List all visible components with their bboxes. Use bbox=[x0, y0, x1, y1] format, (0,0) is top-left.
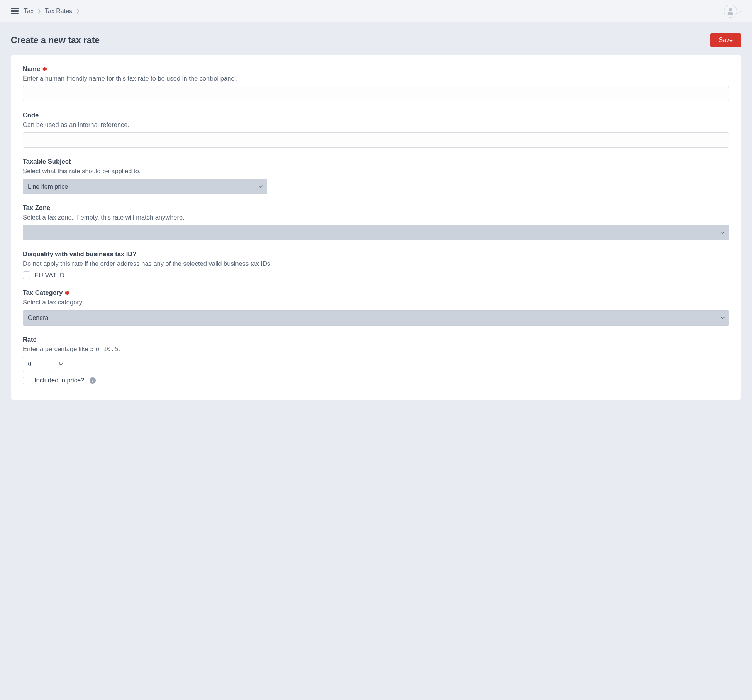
page-header: Create a new tax rate Save bbox=[0, 22, 752, 55]
chevron-right-icon: ❯ bbox=[37, 8, 41, 14]
field-help: Do not apply this rate if the order addr… bbox=[23, 259, 729, 268]
field-label: Tax Category ✱ bbox=[23, 289, 729, 296]
svg-point-0 bbox=[729, 8, 732, 11]
page-title: Create a new tax rate bbox=[11, 35, 100, 46]
label-text: Tax Category bbox=[23, 289, 63, 296]
field-disqualify: Disqualify with valid business tax ID? D… bbox=[23, 250, 729, 279]
name-input[interactable] bbox=[23, 86, 729, 101]
label-text: Rate bbox=[23, 336, 37, 343]
tax-category-select[interactable]: General bbox=[23, 310, 729, 326]
checkbox-label: EU VAT ID bbox=[34, 272, 64, 279]
code-input[interactable] bbox=[23, 132, 729, 148]
tax-zone-select[interactable] bbox=[23, 225, 729, 240]
percent-sign: % bbox=[59, 360, 65, 368]
topbar-left: Tax ❯ Tax Rates ❯ bbox=[11, 8, 80, 15]
label-text: Code bbox=[23, 112, 39, 119]
help-text: or bbox=[94, 345, 103, 352]
field-label: Disqualify with valid business tax ID? bbox=[23, 250, 729, 258]
field-help: Enter a human-friendly name for this tax… bbox=[23, 74, 729, 83]
menu-icon[interactable] bbox=[11, 8, 19, 14]
included-checkbox[interactable] bbox=[23, 377, 30, 384]
field-label: Name ✱ bbox=[23, 65, 729, 73]
breadcrumb-tax-rates[interactable]: Tax Rates bbox=[45, 8, 72, 15]
field-code: Code Can be used as an internal referenc… bbox=[23, 112, 729, 148]
user-menu[interactable]: ⌄ bbox=[724, 5, 743, 18]
eu-vat-checkbox[interactable] bbox=[23, 271, 30, 279]
checkbox-row-included: Included in price? i bbox=[23, 377, 729, 384]
field-label: Tax Zone bbox=[23, 204, 729, 211]
field-tax-category: Tax Category ✱ Select a tax category. Ge… bbox=[23, 289, 729, 325]
field-label: Rate bbox=[23, 336, 729, 343]
field-help: Select what this rate should be applied … bbox=[23, 167, 729, 176]
breadcrumb: Tax ❯ Tax Rates ❯ bbox=[24, 8, 80, 15]
field-name: Name ✱ Enter a human-friendly name for t… bbox=[23, 65, 729, 101]
info-icon[interactable]: i bbox=[90, 377, 96, 384]
breadcrumb-tax[interactable]: Tax bbox=[24, 8, 34, 15]
topbar: Tax ❯ Tax Rates ❯ ⌄ bbox=[0, 0, 752, 22]
form-panel: Name ✱ Enter a human-friendly name for t… bbox=[11, 55, 741, 400]
label-text: Disqualify with valid business tax ID? bbox=[23, 250, 136, 258]
field-help: Select a tax zone. If empty, this rate w… bbox=[23, 213, 729, 222]
field-help: Select a tax category. bbox=[23, 298, 729, 307]
required-icon: ✱ bbox=[42, 66, 47, 72]
checkbox-row-eu-vat: EU VAT ID bbox=[23, 271, 729, 279]
field-rate: Rate Enter a percentage like 5 or 10.5. … bbox=[23, 336, 729, 384]
required-icon: ✱ bbox=[65, 290, 69, 296]
field-taxable-subject: Taxable Subject Select what this rate sh… bbox=[23, 158, 729, 194]
avatar bbox=[724, 5, 737, 18]
help-code: 5 bbox=[90, 345, 94, 353]
label-text: Tax Zone bbox=[23, 204, 50, 211]
label-text: Name bbox=[23, 65, 40, 73]
tax-zone-select-wrap bbox=[23, 225, 729, 240]
taxable-subject-select[interactable]: Line item price bbox=[23, 179, 267, 194]
checkbox-label: Included in price? bbox=[34, 377, 84, 384]
chevron-right-icon: ❯ bbox=[76, 8, 80, 14]
rate-input-row: % bbox=[23, 357, 729, 372]
rate-input[interactable] bbox=[23, 357, 54, 372]
taxable-subject-select-wrap: Line item price bbox=[23, 179, 267, 194]
chevron-down-icon: ⌄ bbox=[739, 8, 743, 14]
help-text: Enter a percentage like bbox=[23, 345, 90, 352]
field-label: Taxable Subject bbox=[23, 158, 729, 165]
field-tax-zone: Tax Zone Select a tax zone. If empty, th… bbox=[23, 204, 729, 240]
label-text: Taxable Subject bbox=[23, 158, 71, 165]
field-label: Code bbox=[23, 112, 729, 119]
field-help: Can be used as an internal reference. bbox=[23, 120, 729, 129]
tax-category-select-wrap: General bbox=[23, 310, 729, 326]
save-button[interactable]: Save bbox=[710, 33, 741, 47]
help-code: 10.5 bbox=[103, 345, 119, 353]
help-text: . bbox=[119, 345, 120, 352]
field-help: Enter a percentage like 5 or 10.5. bbox=[23, 345, 729, 353]
